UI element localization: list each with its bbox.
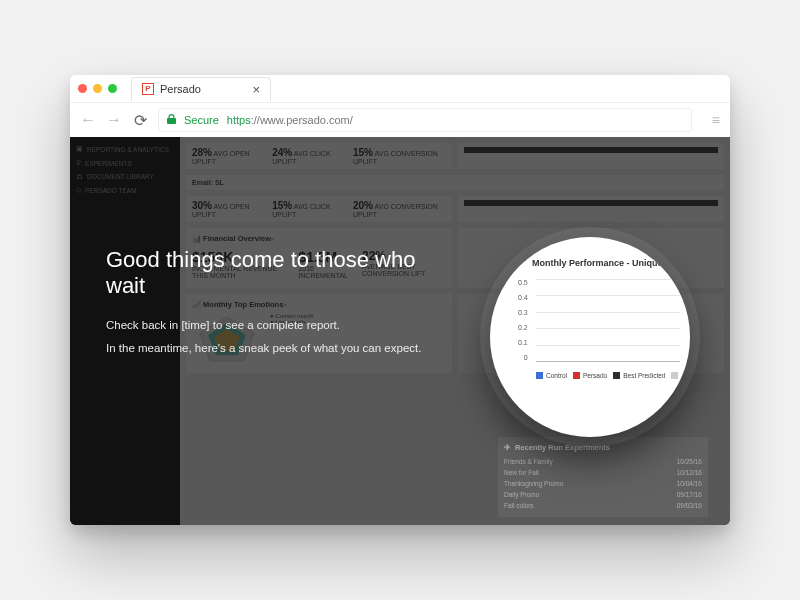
metric-row: 28% AVG OPEN UPLIFT 24% AVG CLICK UPLIFT… <box>186 143 452 169</box>
address-bar[interactable]: Secure https://www.persado.com/ <box>158 108 692 132</box>
metric-row: 30% AVG OPEN UPLIFT 15% AVG CLICK UPLIFT… <box>186 196 452 222</box>
spotlight-title: Monthly Performance - Unique Open Rate <box>516 257 676 269</box>
legend-item: Best Predicted <box>613 372 665 379</box>
email-metric-row: Email: SL <box>186 175 724 190</box>
overlay-headline: Good things come to those who wait <box>106 247 460 299</box>
sidebar-item[interactable]: ▣ REPORTING & ANALYTICS <box>76 145 174 153</box>
legend-swatch <box>671 372 678 379</box>
sidebar-item[interactable]: ◇ PERSADO TEAM <box>76 186 174 194</box>
menu-icon[interactable]: ≡ <box>712 112 720 128</box>
url-path: ://www.persado.com/ <box>251 114 353 126</box>
list-item[interactable]: Friends & Family10/25/16 <box>504 456 702 467</box>
legend-swatch <box>613 372 620 379</box>
y-axis: 0.5 0.4 0.3 0.2 0.1 0 <box>518 279 528 361</box>
legend-swatch <box>536 372 543 379</box>
browser-window: P Persado × ← → ⟳ Secure https://www.per… <box>70 75 730 525</box>
sidebar-item[interactable]: 🗀 DOCUMENT LIBRARY <box>76 173 174 180</box>
close-window-icon[interactable] <box>78 84 87 93</box>
tab-bar: P Persado × <box>70 75 730 103</box>
browser-tab[interactable]: P Persado × <box>131 77 271 101</box>
campaign-bar <box>458 196 724 222</box>
spotlight: Monthly Performance - Unique Open Rate 0… <box>490 237 690 437</box>
legend-swatch <box>573 372 580 379</box>
toolbar: ← → ⟳ Secure https://www.persado.com/ ≡ <box>70 103 730 137</box>
list-item[interactable]: New for Fall10/12/16 <box>504 467 702 478</box>
list-item[interactable]: Fall colors09/03/16 <box>504 500 702 511</box>
legend-item: Control <box>536 372 567 379</box>
tab-title: Persado <box>160 83 201 95</box>
window-controls <box>78 84 117 93</box>
paper-plane-icon: ✈ <box>504 443 511 452</box>
url-protocol: https <box>227 114 251 126</box>
minimize-window-icon[interactable] <box>93 84 102 93</box>
recent-experiments: ✈Recently Run Experiments Friends & Fami… <box>498 437 708 517</box>
chart-area: 0.5 0.4 0.3 0.2 0.1 0 <box>520 279 680 379</box>
page-viewport: ▣ REPORTING & ANALYTICS ⚲ EXPERIMENTS 🗀 … <box>70 137 730 525</box>
campaign-bar <box>458 143 724 169</box>
overlay-copy: Good things come to those who wait Check… <box>106 247 460 364</box>
chart-grid <box>536 279 680 361</box>
overlay-line2: In the meantime, here's a sneak peek of … <box>106 340 460 357</box>
list-item[interactable]: Daily Promo09/17/16 <box>504 489 702 500</box>
sidebar-item[interactable]: ⚲ EXPERIMENTS <box>76 159 174 167</box>
favicon-icon: P <box>142 83 154 95</box>
overlay-line1: Check back in [time] to see a complete r… <box>106 317 460 334</box>
reload-button[interactable]: ⟳ <box>132 111 148 130</box>
maximize-window-icon[interactable] <box>108 84 117 93</box>
forward-button[interactable]: → <box>106 111 122 129</box>
secure-label: Secure <box>184 114 219 126</box>
close-tab-icon[interactable]: × <box>252 82 260 97</box>
browser-chrome: P Persado × ← → ⟳ Secure https://www.per… <box>70 75 730 138</box>
lock-icon <box>167 114 176 126</box>
close-icon[interactable]: × <box>271 236 275 242</box>
chart-legend: Control Persado Best Predicted Avg Uplif… <box>536 372 680 379</box>
back-button[interactable]: ← <box>80 111 96 129</box>
legend-item: Persado <box>573 372 607 379</box>
list-item[interactable]: Thanksgiving Promo10/04/16 <box>504 478 702 489</box>
